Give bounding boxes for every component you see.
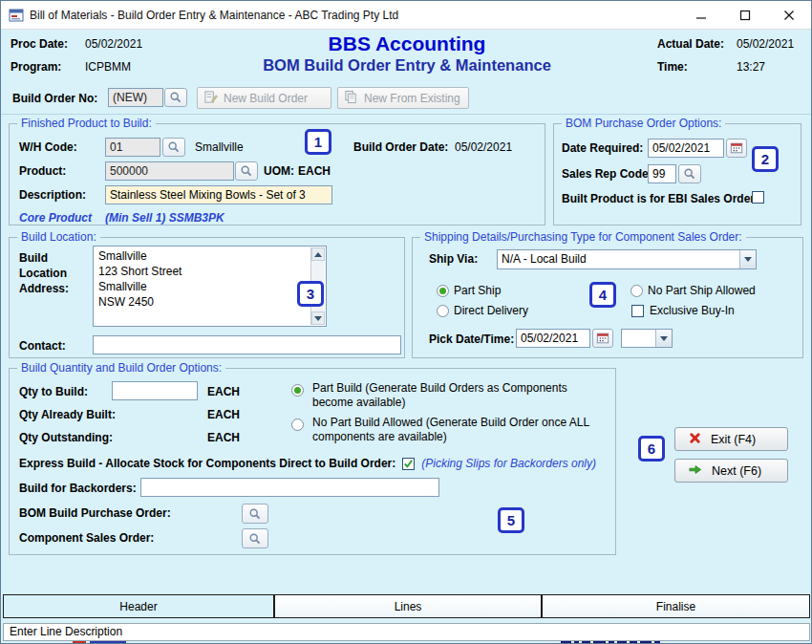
qty-already-built-label: Qty Already Built: — [19, 408, 116, 421]
new-from-existing-button[interactable]: New From Existing — [337, 87, 469, 109]
exit-button[interactable]: Exit (F4) — [674, 427, 788, 451]
build-order-no-field[interactable] — [108, 88, 163, 107]
actual-date-label: Actual Date: — [657, 37, 724, 51]
header-separator — [1, 114, 812, 115]
status-bar: Enter Line Description — [3, 623, 810, 641]
annotation-badge-5: 5 — [498, 507, 524, 533]
build-order-date-value: 05/02/2021 — [455, 140, 512, 154]
pick-date-field[interactable] — [516, 329, 590, 348]
address-label: Build Location Address: — [19, 250, 69, 296]
new-build-order-button[interactable]: New Build Order — [197, 87, 331, 109]
purchase-order-options-group: BOM Purchase Order Options: Date Require… — [553, 123, 801, 225]
part-ship-radio[interactable] — [437, 285, 449, 297]
build-order-search-button[interactable] — [164, 88, 187, 107]
ebi-sales-order-label: Built Product is for EBI Sales Order: — [562, 192, 759, 205]
product-search-button[interactable] — [235, 161, 258, 181]
pick-time-dropdown[interactable] — [621, 329, 673, 348]
part-build-radio[interactable] — [291, 384, 304, 397]
scroll-down-icon[interactable] — [311, 311, 325, 325]
qty-already-built-uom: EACH — [207, 408, 240, 421]
core-product-info: (Min Sell 1) SSMB3PK — [105, 211, 224, 225]
wh-name-value: Smallville — [195, 140, 244, 154]
description-label: Description: — [19, 188, 86, 202]
finished-product-group-title: Finished Product to Build: — [17, 117, 156, 130]
contact-label: Contact: — [19, 339, 66, 353]
date-required-calendar-button[interactable] — [726, 139, 747, 158]
annotation-badge-6: 6 — [638, 436, 665, 462]
uom-label: UOM: — [264, 164, 294, 178]
ship-via-value: N/A - Local Build — [498, 250, 739, 268]
next-button[interactable]: Next (F6) — [674, 459, 788, 483]
express-build-checkbox[interactable] — [402, 458, 415, 470]
uom-value: EACH — [298, 164, 331, 178]
no-part-build-label: No Part Build Allowed (Generate Build Or… — [312, 416, 604, 444]
sales-rep-field[interactable] — [648, 164, 676, 183]
chevron-down-icon[interactable] — [739, 250, 756, 268]
chevron-down-icon[interactable] — [655, 330, 672, 347]
sales-rep-search-button[interactable] — [678, 164, 701, 183]
new-from-existing-label: New From Existing — [364, 92, 460, 105]
close-button[interactable] — [767, 1, 811, 30]
wh-code-field[interactable] — [105, 138, 160, 157]
address-text: Smallville 123 Short Street Smallville N… — [94, 247, 326, 311]
wh-code-label: W/H Code: — [19, 140, 77, 154]
build-quantity-group-title: Build Quantity and Build Order Options: — [17, 361, 225, 375]
app-icon — [9, 8, 24, 23]
title-bar: Bill of Materials - Build Order Entry & … — [1, 1, 811, 30]
part-build-label: Part Build (Generate Build Orders as Com… — [312, 381, 604, 410]
qty-outstanding-uom: EACH — [207, 431, 240, 444]
tab-finalise[interactable]: Finalise — [542, 594, 810, 618]
ebi-sales-order-checkbox[interactable] — [752, 191, 764, 204]
minimize-button[interactable] — [679, 1, 723, 30]
product-label: Product: — [19, 164, 66, 178]
qty-to-build-uom: EACH — [207, 385, 240, 398]
description-field[interactable] — [105, 185, 332, 204]
pick-date-time-label: Pick Date/Time: — [429, 333, 514, 346]
build-location-group-title: Build Location: — [17, 230, 100, 244]
new-build-order-icon — [203, 90, 218, 107]
date-required-field[interactable] — [648, 139, 724, 158]
address-textarea[interactable]: Smallville 123 Short Street Smallville N… — [93, 246, 327, 327]
annotation-badge-2: 2 — [752, 146, 779, 172]
new-from-existing-icon — [344, 90, 358, 107]
exit-button-label: Exit (F4) — [711, 433, 756, 446]
exclusive-buy-in-checkbox[interactable] — [631, 305, 644, 317]
time-value: 13:27 — [737, 60, 765, 74]
build-order-no-label: Build Order No: — [12, 92, 97, 105]
product-field[interactable] — [105, 161, 234, 181]
exclusive-buy-in-label: Exclusive Buy-In — [650, 304, 735, 317]
shipping-group-title: Shipping Details/Purchasing Type for Com… — [420, 230, 746, 244]
express-build-row: Express Build - Allocate Stock for Compo… — [19, 457, 617, 470]
pick-time-value — [622, 330, 655, 347]
window-title: Bill of Materials - Build Order Entry & … — [30, 9, 679, 22]
core-product-label: Core Product — [19, 211, 92, 225]
qty-to-build-field[interactable] — [112, 381, 198, 400]
app-window: Bill of Materials - Build Order Entry & … — [0, 0, 812, 644]
scroll-up-icon[interactable] — [311, 247, 325, 261]
screen-title: BOM Build Order Entry & Maintenance — [1, 56, 812, 75]
qty-to-build-label: Qty to Build: — [19, 385, 88, 398]
wh-code-search-button[interactable] — [162, 138, 185, 157]
ship-via-dropdown[interactable]: N/A - Local Build — [497, 249, 757, 269]
tab-header[interactable]: Header — [3, 594, 274, 618]
contact-field[interactable] — [93, 335, 401, 354]
exit-x-icon — [689, 432, 701, 447]
date-required-label: Date Required: — [562, 141, 643, 155]
pick-date-calendar-button[interactable] — [592, 329, 613, 348]
component-so-label: Component Sales Order: — [19, 531, 154, 545]
new-build-order-label: New Build Order — [224, 92, 308, 105]
no-part-build-radio[interactable] — [291, 419, 304, 431]
annotation-badge-3: 3 — [297, 281, 324, 307]
tab-lines[interactable]: Lines — [274, 594, 542, 618]
build-for-backorders-field[interactable] — [140, 478, 439, 497]
finished-product-group: Finished Product to Build: W/H Code: Sma… — [9, 123, 545, 225]
direct-delivery-label: Direct Delivery — [454, 304, 528, 317]
no-part-ship-radio[interactable] — [630, 285, 643, 297]
maximize-button[interactable] — [723, 1, 767, 30]
component-so-search-button[interactable] — [242, 528, 268, 548]
direct-delivery-radio[interactable] — [437, 305, 449, 317]
purchase-order-options-title: BOM Purchase Order Options: — [562, 117, 725, 130]
ship-via-label: Ship Via: — [429, 252, 478, 266]
next-button-label: Next (F6) — [712, 464, 761, 478]
bom-build-po-search-button[interactable] — [242, 504, 268, 524]
